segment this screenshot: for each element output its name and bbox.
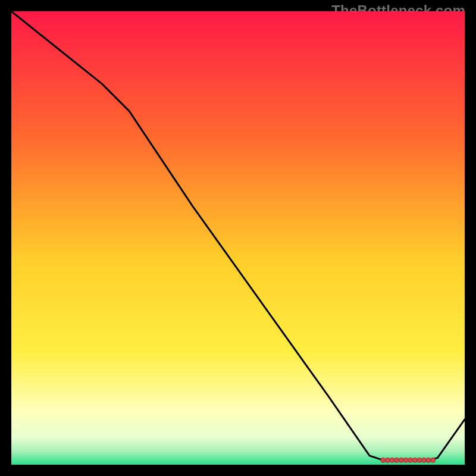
chart-svg: [11, 11, 465, 465]
gradient-background: [11, 11, 465, 465]
marker-dot: [399, 458, 403, 462]
marker-dot: [426, 458, 431, 462]
marker-dot: [421, 458, 426, 462]
marker-dot: [431, 458, 436, 462]
marker-dot: [390, 458, 394, 462]
marker-dot: [394, 458, 399, 462]
marker-dot: [417, 458, 422, 462]
chart-frame: TheBottleneck.com: [0, 0, 476, 476]
marker-dot: [386, 458, 390, 462]
marker-dot: [408, 458, 413, 462]
marker-dot: [381, 458, 386, 462]
plot-area: [11, 11, 465, 465]
marker-dot: [403, 458, 408, 462]
marker-dot: [412, 458, 417, 462]
